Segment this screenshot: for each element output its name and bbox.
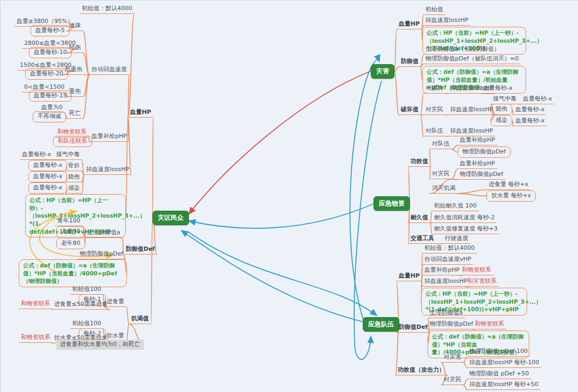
- node-effect[interactable]: 功效值: [408, 157, 430, 167]
- branch-line: [394, 67, 399, 72]
- node-burn[interactable]: 烧伤: [66, 173, 82, 182]
- branch-line: [83, 75, 89, 119]
- node-victims-hp-init[interactable]: 初始值：默认4000: [80, 4, 134, 14]
- node-disaster-hp-init[interactable]: 初始值: [423, 5, 445, 15]
- node-vs-team-loss[interactable]: 掉血速度lossHP: [448, 127, 495, 136]
- node-fracture[interactable]: 骨折: [66, 162, 82, 171]
- node-fracture-rate[interactable]: 血量每秒-x: [28, 160, 67, 171]
- branch-line: [153, 118, 153, 218]
- node-team-bio-def[interactable]: 生理防御值a: [428, 309, 465, 318]
- branch-line: [394, 29, 397, 72]
- node-transport[interactable]: 交通工具: [408, 234, 436, 244]
- node-burn-rate[interactable]: 血量每秒-x: [28, 171, 67, 182]
- root-team[interactable]: 应急队伍: [363, 317, 399, 332]
- link-supplies-label[interactable]: 和物资联系: [460, 266, 493, 275]
- node-disaster-infection-rate[interactable]: 血量每秒-x: [513, 117, 546, 126]
- node-team-losshp[interactable]: 掉血速度lossHP: [422, 277, 469, 287]
- node-elder[interactable]: 老年80: [56, 238, 85, 249]
- link-disaster-label[interactable]: 和灾害联系: [465, 277, 499, 287]
- note-death-condition[interactable]: 进食量和饮水量均为0，则死亡: [56, 340, 144, 350]
- node-victims-php[interactable]: 血量补给pHP: [89, 132, 129, 142]
- node-team-vhp[interactable]: 自动回血速度vHP: [422, 255, 473, 265]
- node-disaster-gas-rate[interactable]: 血量每秒-x: [521, 95, 554, 104]
- node-vs-victims-loss[interactable]: 掉血速度lossHP 每秒+50: [467, 380, 541, 390]
- node-relieve-water[interactable]: 饮水量 每秒+x: [486, 190, 536, 202]
- node-vs-victims[interactable]: 对灾民: [423, 105, 445, 115]
- node-minor-rate[interactable]: 血量每秒-10: [29, 47, 72, 58]
- node-team-def[interactable]: 防御值Def: [397, 323, 430, 333]
- node-phys-def[interactable]: 物理防御值pDef: [78, 250, 125, 259]
- node-water-init[interactable]: 初始值100: [70, 319, 103, 329]
- node-vs-disaster-loss[interactable]: 掉血速度lossHP 每秒-100: [467, 358, 542, 368]
- node-disaster-losshp[interactable]: 掉血速度lossHP: [423, 16, 470, 26]
- node-vs-building[interactable]: 对建筑: [423, 84, 445, 94]
- node-durability-repair[interactable]: 耐久值修复速度 每秒+3: [432, 225, 500, 234]
- node-disaster-phys-def[interactable]: 物理防御值pDef（被队伍消灭）=0: [423, 55, 521, 64]
- branch-line: [458, 194, 486, 196]
- node-auto-heal[interactable]: 自动回血速度: [89, 65, 129, 75]
- node-disaster-burn[interactable]: 烧伤: [491, 104, 512, 115]
- node-vs-victims-pdef[interactable]: 物理防御值 pDef +50: [467, 370, 531, 379]
- node-effect-to-team[interactable]: 对队伍: [430, 140, 452, 149]
- node-healthy-rate[interactable]: 血量每秒-5: [31, 25, 70, 36]
- node-disaster-hp[interactable]: 血量HP: [397, 20, 422, 29]
- branch-line: [452, 179, 458, 180]
- node-bio-def[interactable]: 生理防御值a: [85, 228, 123, 238]
- node-to-team-php[interactable]: 血量补给pHP: [458, 136, 497, 145]
- node-team-phys-def[interactable]: 物理防御值pDef: [428, 320, 475, 329]
- node-disaster-def[interactable]: 防御值: [399, 57, 421, 67]
- arrow-team-to-disaster: [350, 60, 379, 320]
- node-relieve-hunger[interactable]: 消灭饥渴: [430, 184, 458, 194]
- node-vs-team[interactable]: 对队伍: [423, 127, 445, 136]
- node-victims-losshp[interactable]: 掉血速度lossHP: [84, 165, 131, 175]
- node-attack[interactable]: 功效值（攻击力）: [396, 366, 447, 375]
- node-vs-building-rate[interactable]: 血量每秒-x: [481, 84, 514, 94]
- node-hunger[interactable]: 饥渴值: [129, 314, 151, 324]
- node-dead-rate[interactable]: 不再增减: [33, 111, 66, 122]
- formula-victims-def[interactable]: 公式：def（防御值）=a（生理防御值）*HP（当前血量）/4000+pDef（…: [19, 259, 127, 287]
- node-attack-vs-victims[interactable]: 对灾民: [442, 375, 463, 385]
- branch-line: [463, 379, 467, 385]
- node-relieve-food[interactable]: 进食量 每秒+x: [486, 180, 530, 190]
- node-to-victims-php[interactable]: 血量补给pHP: [458, 159, 497, 169]
- node-gas-rate[interactable]: 血量每秒-x: [20, 150, 53, 160]
- node-team-php[interactable]: 血量补给pHP: [422, 266, 462, 275]
- node-dead[interactable]: 死亡: [67, 109, 83, 119]
- node-vs-victims-loss[interactable]: 掉血速度lossHP: [448, 105, 495, 115]
- node-effect-to-victims[interactable]: 对灾民: [430, 170, 452, 179]
- link-supplies-label[interactable]: 和物资联系: [19, 299, 52, 309]
- link-team-label[interactable]: 和队伍联系: [53, 136, 92, 147]
- link-supplies-label[interactable]: 和物资联系: [473, 320, 506, 329]
- node-food-init[interactable]: 初始值100: [70, 285, 103, 295]
- node-disaster-burn-rate[interactable]: 血量每秒-x: [513, 105, 546, 115]
- node-damage[interactable]: 破坏值: [399, 105, 421, 115]
- node-team-hp[interactable]: 血量HP: [397, 272, 422, 281]
- node-victims-hp[interactable]: 血量HP: [128, 108, 153, 118]
- node-disaster-gas[interactable]: 煤气中毒: [491, 95, 519, 104]
- node-severe-rate[interactable]: 血量每秒-15: [29, 90, 72, 102]
- branch-line: [452, 169, 458, 179]
- node-team-hp-init[interactable]: 初始值：默认4000: [422, 244, 477, 253]
- node-durability-use[interactable]: 耐久值消耗速度 每秒-2: [432, 213, 497, 223]
- root-disaster[interactable]: 灾害: [371, 64, 394, 79]
- node-infection-rate[interactable]: 血量每秒-x: [28, 182, 67, 194]
- node-youth[interactable]: 青年100: [55, 217, 82, 226]
- node-disaster-bio-def[interactable]: 生理防御值a（初始防御值）: [423, 45, 502, 55]
- root-victims[interactable]: 灾区民众: [153, 211, 189, 225]
- node-to-victims-pdef[interactable]: 物理防御值pDef: [458, 170, 505, 180]
- root-supplies[interactable]: 应急物资: [374, 196, 410, 211]
- node-durability[interactable]: 耐久值: [408, 213, 430, 223]
- node-victims-def[interactable]: 防御值Def: [124, 245, 157, 255]
- node-infection[interactable]: 感染: [66, 184, 82, 194]
- node-vs-disaster-pdef[interactable]: 物理防御值 pDef-100: [467, 347, 530, 357]
- node-child[interactable]: 儿童90: [56, 226, 85, 237]
- node-to-team-pdef[interactable]: 物理防御值pDef: [458, 147, 511, 158]
- link-supplies-label[interactable]: 和物资联系: [19, 333, 52, 343]
- node-critical-rate[interactable]: 血量每秒-20: [25, 68, 68, 80]
- node-food-need[interactable]: 进食量≤50需要进食: [52, 300, 110, 310]
- node-durability-init[interactable]: 初始耐久值 100: [432, 202, 479, 211]
- node-disaster-infection[interactable]: 感染: [491, 115, 512, 126]
- node-gas-poisoning[interactable]: 煤气中毒: [54, 150, 82, 160]
- node-speed[interactable]: 行驶速度: [443, 234, 470, 244]
- node-attack-vs-disaster[interactable]: 对灾害: [442, 353, 463, 363]
